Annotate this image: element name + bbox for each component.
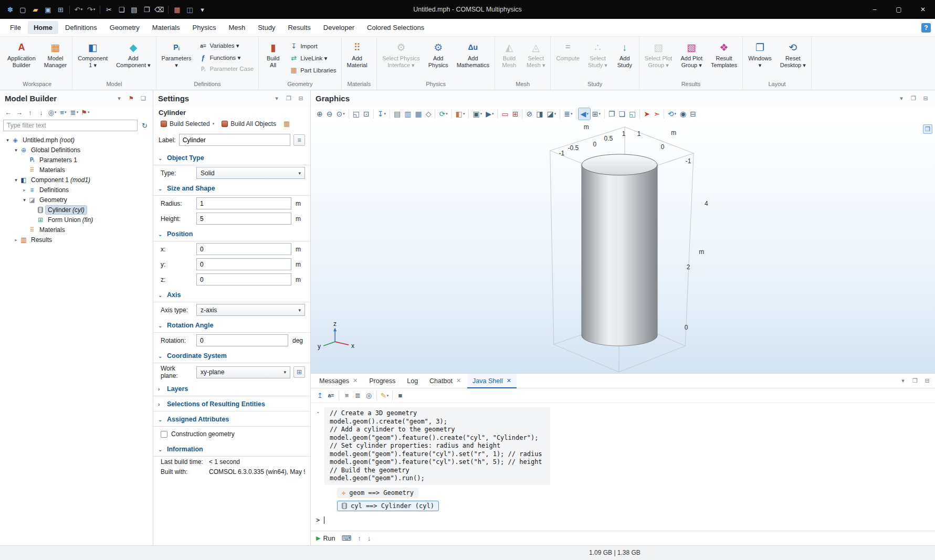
save-as-icon[interactable]: ⊞ bbox=[55, 3, 67, 16]
object-type-select[interactable]: Solid ▾ bbox=[196, 167, 305, 179]
open-file-icon[interactable]: ▰ bbox=[29, 3, 41, 16]
application-builder-button[interactable]: AApplicationBuilder bbox=[4, 39, 39, 70]
menu-tab-geometry[interactable]: Geometry bbox=[104, 21, 145, 34]
panel-menu-icon[interactable]: ▾ bbox=[272, 93, 281, 103]
menu-tab-home[interactable]: Home bbox=[28, 21, 58, 34]
print-icon[interactable]: ⊟ bbox=[688, 108, 698, 120]
evaluate-table-icon[interactable]: ⊞▾ bbox=[591, 108, 602, 120]
z-input[interactable] bbox=[196, 273, 291, 286]
command-history-icon[interactable]: ≣ bbox=[353, 390, 363, 401]
view-options-icon[interactable]: ≣▾ bbox=[562, 108, 574, 120]
undo-icon[interactable]: ↶▾ bbox=[72, 3, 85, 16]
close-tab-icon[interactable]: ✕ bbox=[507, 377, 511, 384]
perspective-icon[interactable]: ◇ bbox=[424, 108, 433, 120]
collapse-all-icon[interactable]: ≡▾ bbox=[58, 107, 68, 118]
tile-windows-icon[interactable]: ❏ bbox=[617, 108, 627, 120]
height-input[interactable] bbox=[196, 213, 291, 225]
shell-prompt-row[interactable]: > bbox=[316, 516, 930, 524]
forward-icon[interactable]: → bbox=[14, 107, 24, 118]
section-selections-of-resulting-entities[interactable]: › Selections of Resulting Entities bbox=[153, 397, 310, 411]
build-all-objects-button[interactable]: Build All Objects bbox=[218, 119, 279, 129]
syntax-highlight-icon[interactable]: ✎▾ bbox=[380, 390, 390, 401]
view-xy-icon[interactable]: ▤ bbox=[392, 108, 402, 120]
collapse-entry-icon[interactable]: ⌄ bbox=[316, 409, 320, 414]
section-assigned-attributes[interactable]: ⌄ Assigned Attributes bbox=[153, 413, 310, 427]
tree-expanded-arrow-icon[interactable]: ▾ bbox=[21, 197, 28, 203]
build-all-button[interactable]: ▮BuildAll bbox=[260, 39, 286, 70]
snapshot-icon[interactable]: ◉ bbox=[678, 108, 688, 120]
reset-view-icon[interactable]: ⟲▾ bbox=[666, 108, 678, 120]
tree-node-definitions[interactable]: ▸≡Definitions bbox=[0, 185, 153, 195]
axis-type-select[interactable]: z-axis ▾ bbox=[196, 304, 305, 316]
construction-geometry-checkbox[interactable] bbox=[161, 431, 167, 438]
float-panel-icon[interactable]: ❐ bbox=[284, 93, 293, 103]
paste-icon[interactable]: ▤ bbox=[128, 3, 140, 16]
build-options-button[interactable]: ▦ bbox=[280, 118, 293, 129]
tree-expanded-arrow-icon[interactable]: ▾ bbox=[4, 138, 11, 143]
collapse-panel-icon[interactable]: ⊟ bbox=[296, 93, 306, 103]
menu-tab-physics[interactable]: Physics bbox=[187, 21, 222, 34]
sound-icon[interactable]: ◀▾ bbox=[579, 108, 590, 120]
transparency-icon[interactable]: ◨ bbox=[534, 108, 544, 120]
add-plot-group-button[interactable]: ▧Add PlotGroup ▾ bbox=[677, 39, 706, 70]
tree-collapsed-arrow-icon[interactable]: ▸ bbox=[13, 237, 19, 242]
run-button[interactable]: ▶ Run bbox=[316, 535, 335, 542]
parameters-button[interactable]: PᵢParameters▾ bbox=[158, 39, 195, 70]
graphics-canvas[interactable]: -1 -0.5 0 0.5 1 m 1 0 -1 m 4 2 0 bbox=[311, 122, 935, 373]
section-axis[interactable]: ⌄ Axis bbox=[153, 288, 310, 302]
variables-button[interactable]: a=Variables ▾ bbox=[196, 41, 257, 50]
update-plot-icon[interactable]: ⟳▾ bbox=[437, 108, 449, 120]
toolbar-options-icon[interactable]: ▾ bbox=[196, 3, 208, 16]
livelink-button[interactable]: ⇄LiveLink ▾ bbox=[287, 53, 339, 63]
tree-node-form-union[interactable]: ⊞Form Union(fin) bbox=[0, 215, 153, 225]
menu-tab-materials[interactable]: Materials bbox=[146, 21, 186, 34]
zoom-mode-icon[interactable]: ⊙▾ bbox=[334, 108, 346, 120]
component-node-icon[interactable]: ◫ bbox=[184, 3, 196, 16]
float-panel-icon[interactable]: ❐ bbox=[910, 376, 920, 386]
add-mathematics-button[interactable]: ΔuAddMathematics bbox=[453, 39, 493, 70]
tree-node-geometry[interactable]: ▾◪Geometry bbox=[0, 195, 153, 205]
menu-tab-definitions[interactable]: Definitions bbox=[59, 21, 103, 34]
select-multiple-icon[interactable]: ⊞ bbox=[511, 108, 520, 120]
label-input[interactable] bbox=[179, 134, 290, 146]
clip-plane-icon[interactable]: ◪▾ bbox=[545, 108, 558, 120]
filter-input[interactable] bbox=[3, 120, 138, 131]
part-libraries-button[interactable]: ▦Part Libraries bbox=[287, 65, 339, 75]
result-templates-button[interactable]: ❖ResultTemplates bbox=[707, 39, 741, 70]
collapse-panel-icon[interactable]: ⊟ bbox=[921, 93, 930, 103]
variables-icon[interactable]: a= bbox=[326, 390, 336, 401]
hide-objects-icon[interactable]: ⊘ bbox=[524, 108, 534, 120]
expand-all-icon[interactable]: ≣▾ bbox=[69, 107, 79, 118]
clear-output-icon[interactable]: ≡ bbox=[342, 390, 352, 401]
model-manager-button[interactable]: ▦ModelManager bbox=[40, 39, 70, 70]
float-panel-icon[interactable]: ❐ bbox=[909, 93, 918, 103]
section-information[interactable]: ⌄ Information bbox=[153, 442, 310, 457]
delete-icon[interactable]: ⌫ bbox=[153, 3, 165, 16]
menu-tab-results[interactable]: Results bbox=[282, 21, 316, 34]
panel-menu-icon[interactable]: ▾ bbox=[114, 93, 124, 103]
move-up-icon[interactable]: ↑ bbox=[25, 107, 35, 118]
zoom-extents-icon[interactable]: ◱ bbox=[351, 108, 361, 120]
tree-node-cylinder[interactable]: Cylinder(cyl) bbox=[0, 205, 153, 215]
reset-desktop-button[interactable]: ⟲ResetDesktop ▾ bbox=[776, 39, 810, 70]
select-box-icon[interactable]: ▭ bbox=[500, 108, 510, 120]
load-file-icon[interactable]: ↥ bbox=[315, 390, 325, 401]
view-zx-icon[interactable]: ▦ bbox=[413, 108, 423, 120]
tree-node-materials[interactable]: ⠿Materials bbox=[0, 165, 153, 175]
tab-messages[interactable]: Messages✕ bbox=[314, 374, 363, 388]
tree-node-global-definitions[interactable]: ▾⊕Global Definitions bbox=[0, 145, 153, 155]
cylinder-geometry[interactable] bbox=[582, 154, 657, 346]
section-size-and-shape[interactable]: ⌄ Size and Shape bbox=[153, 182, 310, 196]
model-node-icon[interactable]: ▦ bbox=[171, 3, 183, 16]
add-study-button[interactable]: ↓AddStudy bbox=[612, 39, 637, 70]
add-physics-button[interactable]: ⚙AddPhysics bbox=[425, 39, 452, 70]
plot-tools-icon[interactable]: ❒ bbox=[923, 124, 932, 134]
go-to-work-plane-icon[interactable]: ⊞ bbox=[293, 366, 305, 378]
redo-icon[interactable]: ↷▾ bbox=[85, 3, 97, 16]
tree-collapsed-arrow-icon[interactable]: ▸ bbox=[21, 187, 28, 193]
build-selected-button[interactable]: Build Selected ▾ bbox=[157, 119, 217, 129]
x-input[interactable] bbox=[196, 243, 291, 255]
section-coordinate-system[interactable]: ⌄ Coordinate System bbox=[153, 349, 310, 363]
animation-icon[interactable]: ▶▾ bbox=[484, 108, 495, 120]
work-plane-select[interactable]: xy-plane ▾ bbox=[196, 366, 290, 378]
